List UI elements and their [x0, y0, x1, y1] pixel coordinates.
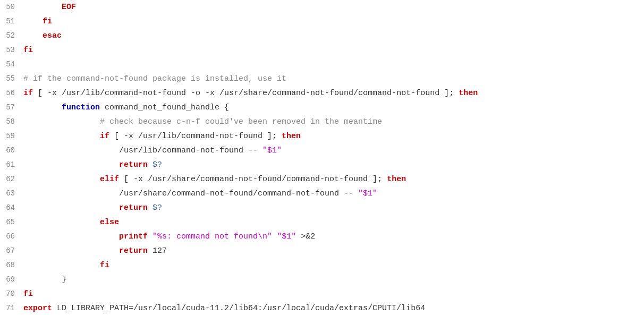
- token: if: [100, 132, 109, 141]
- token: /usr/lib/command-not-found --: [23, 146, 262, 155]
- code-line: 52 esac: [0, 29, 644, 43]
- code-line: 62 elif [ -x /usr/share/command-not-foun…: [0, 172, 644, 186]
- code-line: 66 printf "%s: command not found\n" "$1"…: [0, 229, 644, 244]
- line-content: function command_not_found_handle {: [21, 101, 644, 115]
- code-editor: 50 EOF51 fi52 esac53fi54 55# if the comm…: [0, 0, 644, 315]
- line-content: elif [ -x /usr/share/command-not-found/c…: [21, 173, 644, 186]
- token: [23, 203, 119, 212]
- line-number: 67: [0, 244, 21, 258]
- token: EOF: [23, 3, 76, 12]
- token: [23, 160, 119, 169]
- token: [23, 17, 43, 26]
- line-number: 57: [0, 100, 21, 114]
- line-number: 55: [0, 72, 21, 86]
- token: # check because c-n-f could've been remo…: [23, 117, 382, 126]
- token: function: [62, 103, 100, 112]
- token: 127: [148, 246, 167, 256]
- code-line: 55# if the command-not-found package is …: [0, 72, 644, 86]
- line-content: esac: [21, 29, 644, 43]
- line-content: fi: [21, 259, 644, 273]
- token: "$1": [358, 189, 377, 198]
- line-content: fi: [21, 287, 644, 301]
- line-number: 65: [0, 215, 21, 229]
- line-content: }: [21, 273, 644, 287]
- line-number: 63: [0, 186, 21, 200]
- line-content: if [ -x /usr/lib/command-not-found ]; th…: [21, 130, 644, 143]
- line-number: 54: [0, 57, 21, 71]
- token: [ -x /usr/share/command-not-found/comman…: [119, 175, 387, 184]
- code-line: 54: [0, 57, 644, 72]
- code-line: 63 /usr/share/command-not-found/command-…: [0, 186, 644, 201]
- token: LD_LIBRARY_PATH=/usr/local/cuda-11.2/lib…: [52, 304, 425, 313]
- line-number: 60: [0, 143, 21, 157]
- token: fi: [43, 17, 52, 26]
- code-line: 70fi: [0, 287, 644, 301]
- token: [148, 232, 152, 241]
- code-line: 59 if [ -x /usr/lib/command-not-found ];…: [0, 129, 644, 143]
- line-content: export LD_LIBRARY_PATH=/usr/local/cuda-1…: [21, 302, 644, 315]
- line-number: 61: [0, 158, 21, 172]
- token: [148, 203, 152, 212]
- code-line: 51 fi: [0, 14, 644, 29]
- code-line: 56if [ -x /usr/lib/command-not-found -o …: [0, 86, 644, 100]
- token: return: [119, 246, 148, 256]
- line-content: return $?: [21, 201, 644, 215]
- token: elif: [100, 175, 119, 184]
- line-number: 51: [0, 14, 21, 28]
- token: [23, 132, 100, 141]
- token: else: [100, 218, 119, 227]
- token: fi: [23, 290, 33, 299]
- token: [23, 261, 100, 270]
- code-line: 65 else: [0, 215, 644, 229]
- line-content: return 127: [21, 244, 644, 258]
- line-content: /usr/share/command-not-found/command-not…: [21, 187, 644, 201]
- code-line: 57 function command_not_found_handle {: [0, 100, 644, 115]
- token: then: [282, 132, 301, 141]
- line-number: 56: [0, 86, 21, 100]
- token: export: [23, 304, 52, 313]
- line-number: 66: [0, 229, 21, 243]
- code-line: 53fi: [0, 43, 644, 57]
- token: command-not-found package is installed, …: [62, 74, 286, 83]
- line-number: 58: [0, 115, 21, 129]
- token: printf: [119, 232, 148, 241]
- token: [ -x /usr/lib/command-not-found -o -x /u…: [33, 89, 459, 98]
- token: the: [47, 74, 62, 83]
- code-line: 60 /usr/lib/command-not-found -- "$1": [0, 143, 644, 158]
- line-content: [21, 58, 644, 72]
- line-number: 71: [0, 301, 21, 315]
- token: return: [119, 160, 148, 169]
- token: "$1": [277, 232, 296, 241]
- code-line: 67 return 127: [0, 244, 644, 258]
- line-content: # if the command-not-found package is in…: [21, 72, 644, 86]
- line-number: 59: [0, 129, 21, 143]
- code-line: 58 # check because c-n-f could've been r…: [0, 115, 644, 129]
- token: return: [119, 203, 148, 212]
- line-number: 50: [0, 0, 21, 14]
- token: fi: [100, 261, 109, 270]
- token: [23, 246, 119, 256]
- token: fi: [23, 46, 33, 55]
- token: }: [23, 275, 66, 284]
- code-line: 50 EOF: [0, 0, 644, 14]
- code-line: 71export LD_LIBRARY_PATH=/usr/local/cuda…: [0, 301, 644, 315]
- token: esac: [43, 31, 62, 40]
- token: # if: [23, 74, 47, 83]
- token: [23, 31, 43, 40]
- line-content: fi: [21, 15, 644, 29]
- line-content: fi: [21, 44, 644, 57]
- token: [23, 232, 119, 241]
- code-line: 61 return $?: [0, 158, 644, 172]
- token: $?: [152, 203, 162, 212]
- line-number: 68: [0, 258, 21, 272]
- token: if: [23, 89, 33, 98]
- line-content: else: [21, 216, 644, 229]
- line-number: 53: [0, 43, 21, 57]
- line-number: 52: [0, 29, 21, 42]
- token: "$1": [262, 146, 282, 155]
- token: then: [387, 175, 406, 184]
- code-line: 68 fi: [0, 258, 644, 273]
- line-content: EOF: [21, 1, 644, 14]
- line-content: return $?: [21, 158, 644, 172]
- token: [23, 103, 62, 112]
